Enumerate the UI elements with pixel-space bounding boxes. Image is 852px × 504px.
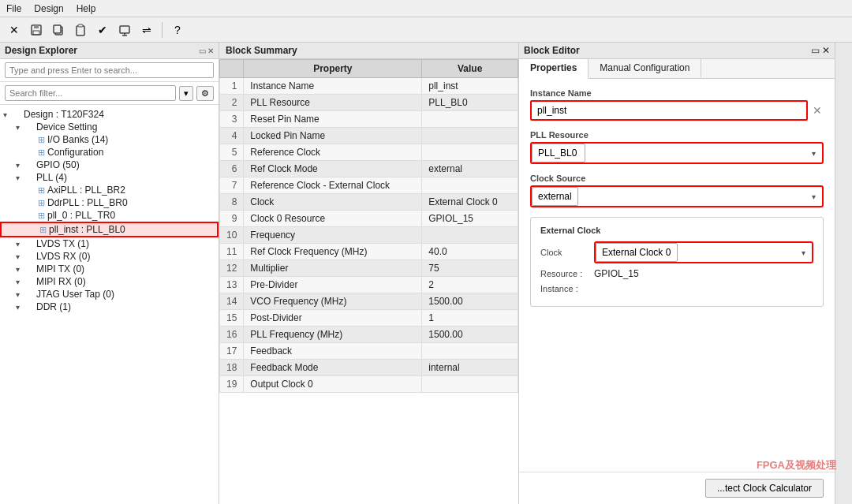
tree-arrow-ddr2[interactable]: ▾	[16, 303, 25, 312]
row-property: Ref Clock Mode	[244, 161, 422, 177]
table-row[interactable]: 12 Multiplier 75	[220, 260, 518, 277]
tree-item-lvds_rx[interactable]: ▾LVDS RX (0)	[0, 250, 219, 263]
table-row[interactable]: 8 Clock External Clock 0	[220, 194, 518, 211]
tree-item-pll[interactable]: ▾PLL (4)	[0, 171, 219, 184]
tree-arrow-jtag[interactable]: ▾	[16, 290, 25, 299]
tree-item-mipi_rx[interactable]: ▾MIPI RX (0)	[0, 275, 219, 288]
block-summary-table-wrap[interactable]: Property Value 1 Instance Name pll_inst …	[219, 59, 518, 504]
row-property: VCO Frequency (MHz)	[244, 293, 422, 310]
block-editor-title: Block Editor	[524, 45, 580, 56]
row-value	[422, 376, 518, 393]
search-input[interactable]	[5, 62, 214, 78]
table-row[interactable]: 17 Feedback	[220, 343, 518, 360]
tree-item-pllinst[interactable]: ⊞pll_inst : PLL_BL0	[0, 222, 219, 237]
tree-arrow-device[interactable]: ▾	[16, 123, 25, 132]
row-value: 1500.00	[422, 327, 518, 343]
row-property: Clock	[244, 194, 422, 211]
row-value: External Clock 0	[422, 194, 518, 211]
be-minimize-btn[interactable]: ▭	[811, 45, 820, 56]
tree-arrow-pll[interactable]: ▾	[16, 174, 25, 182]
tab-properties[interactable]: Properties	[519, 59, 589, 79]
tree-item-gpio[interactable]: ▾GPIO (50)	[0, 159, 219, 171]
toolbar-sync-btn[interactable]: ⇌	[137, 21, 156, 39]
tree-arrow-lvds_tx[interactable]: ▾	[16, 240, 25, 248]
row-property: Ref Clock Frequency (MHz)	[244, 244, 422, 260]
table-row[interactable]: 11 Ref Clock Frequency (MHz) 40.0	[220, 244, 518, 260]
filter-input[interactable]	[5, 85, 176, 101]
table-row[interactable]: 10 Frequency	[220, 227, 518, 244]
toolbar-paste-btn[interactable]	[71, 21, 90, 39]
tree-item-ddr[interactable]: ⊞DdrPLL : PLL_BR0	[0, 196, 219, 209]
table-row[interactable]: 19 Output Clock 0	[220, 376, 518, 393]
tree-label-lvds_rx: LVDS RX (0)	[36, 251, 90, 262]
de-minimize-btn[interactable]: ▭	[199, 47, 206, 55]
tree-item-ddr2[interactable]: ▾DDR (1)	[0, 301, 219, 313]
tree-item-jtag[interactable]: ▾JTAG User Tap (0)	[0, 288, 219, 301]
block-editor-content: Instance Name ✕ PLL Resource PLL_BL0 PLL…	[519, 79, 835, 472]
table-row[interactable]: 1 Instance Name pll_inst	[220, 78, 518, 95]
tree-item-axi[interactable]: ⊞AxiPLL : PLL_BR2	[0, 184, 219, 196]
table-row[interactable]: 5 Reference Clock	[220, 144, 518, 161]
tree-item-lvds_tx[interactable]: ▾LVDS TX (1)	[0, 237, 219, 250]
tree-arrow-mipi_tx[interactable]: ▾	[16, 265, 25, 274]
detect-clock-btn[interactable]: ...tect Clock Calculator	[705, 479, 824, 498]
filter-dropdown-btn[interactable]: ▾	[179, 86, 193, 101]
row-value	[422, 128, 518, 144]
tree-item-config[interactable]: ⊞Configuration	[0, 146, 219, 159]
tree-item-mipi_tx[interactable]: ▾MIPI TX (0)	[0, 263, 219, 275]
tree-arrow-lvds_rx[interactable]: ▾	[16, 252, 25, 261]
row-num: 16	[220, 327, 244, 343]
table-row[interactable]: 6 Ref Clock Mode external	[220, 161, 518, 177]
row-property: Feedback Mode	[244, 360, 422, 376]
tree-item-pll0[interactable]: ⊞pll_0 : PLL_TR0	[0, 209, 219, 222]
design-explorer-panel: Design Explorer ▭ ✕ ▾ ⚙ ▾Design : T120F3…	[0, 43, 219, 504]
row-num: 9	[220, 211, 244, 227]
row-property: Pre-Divider	[244, 277, 422, 293]
menu-design[interactable]: Design	[34, 3, 63, 14]
row-value: 40.0	[422, 244, 518, 260]
tree-item-design[interactable]: ▾Design : T120F324	[0, 108, 219, 121]
table-row[interactable]: 4 Locked Pin Name	[220, 128, 518, 144]
filter-options-btn[interactable]: ⚙	[196, 86, 214, 101]
design-explorer-header-buttons: ▭ ✕	[199, 47, 214, 55]
menu-file[interactable]: File	[6, 3, 21, 14]
table-row[interactable]: 7 Reference Clock - External Clock	[220, 177, 518, 194]
toolbar-copy-btn[interactable]	[49, 21, 68, 39]
toolbar-help-btn[interactable]: ?	[168, 21, 187, 39]
toolbar-save-btn[interactable]	[27, 21, 46, 39]
menu-help[interactable]: Help	[77, 3, 96, 14]
clock-select[interactable]: External Clock 0 External Clock 1	[596, 243, 678, 262]
row-value	[422, 343, 518, 360]
table-row[interactable]: 18 Feedback Mode internal	[220, 360, 518, 376]
instance-label: Instance :	[540, 284, 588, 293]
table-row[interactable]: 3 Reset Pin Name	[220, 111, 518, 128]
clock-row-label: Clock	[540, 248, 588, 257]
tree-arrow-mipi_rx[interactable]: ▾	[16, 278, 25, 286]
tree-item-io[interactable]: ⊞I/O Banks (14)	[0, 133, 219, 146]
table-row[interactable]: 15 Post-Divider 1	[220, 310, 518, 327]
be-close-btn[interactable]: ✕	[822, 45, 830, 56]
tree-arrow-gpio[interactable]: ▾	[16, 161, 25, 170]
table-row[interactable]: 13 Pre-Divider 2	[220, 277, 518, 293]
clock-source-select[interactable]: external internal	[532, 187, 578, 206]
tree-item-device[interactable]: ▾Device Setting	[0, 121, 219, 133]
tree-node-icon-io: ⊞	[38, 135, 45, 145]
pll-resource-select[interactable]: PLL_BL0 PLL_BR0 PLL_TR0 PLL_BR2	[532, 144, 585, 162]
row-num: 7	[220, 177, 244, 194]
toolbar-close-btn[interactable]: ✕	[5, 21, 24, 39]
table-row[interactable]: 14 VCO Frequency (MHz) 1500.00	[220, 293, 518, 310]
toolbar-check-btn[interactable]: ✔	[93, 21, 112, 39]
de-close-btn[interactable]: ✕	[207, 47, 214, 55]
table-row[interactable]: 2 PLL Resource PLL_BL0	[220, 95, 518, 111]
instance-name-field-group: Instance Name ✕	[530, 88, 824, 121]
row-num: 13	[220, 277, 244, 293]
tab-manual-configuration[interactable]: Manual Configuration	[589, 59, 701, 78]
tree-label-gpio: GPIO (50)	[36, 159, 80, 170]
toolbar-export-btn[interactable]	[115, 21, 134, 39]
svg-rect-5	[77, 26, 84, 35]
table-row[interactable]: 9 Clock 0 Resource GPIOL_15	[220, 211, 518, 227]
instance-name-input[interactable]	[530, 100, 808, 121]
tree-arrow-design[interactable]: ▾	[3, 110, 13, 119]
instance-name-clear-btn[interactable]: ✕	[811, 103, 824, 118]
table-row[interactable]: 16 PLL Frequency (MHz) 1500.00	[220, 327, 518, 343]
